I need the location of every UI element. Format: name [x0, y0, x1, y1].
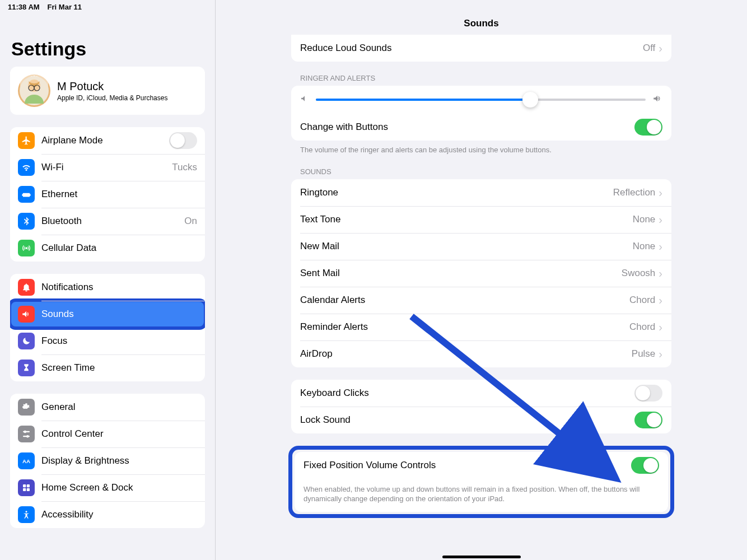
row-reminder[interactable]: Reminder AlertsChord›	[291, 314, 671, 340]
sliders-icon	[18, 426, 35, 442]
row-change-buttons[interactable]: Change with Buttons	[291, 114, 671, 141]
sidebar-item-control-center[interactable]: Control Center	[10, 421, 205, 447]
speaker-icon	[18, 306, 35, 323]
change-buttons-toggle[interactable]	[634, 119, 662, 136]
row-sentmail[interactable]: Sent MailSwoosh›	[291, 260, 671, 287]
fixed-toggle[interactable]	[631, 457, 659, 474]
fixed-position-highlight: Fixed Position Volume Controls When enab…	[288, 446, 674, 518]
svg-rect-10	[23, 484, 26, 487]
chevron-right-icon: ›	[659, 295, 662, 306]
sidebar-item-cellular[interactable]: Cellular Data	[10, 235, 205, 262]
bluetooth-icon	[18, 213, 35, 230]
cellular-icon	[18, 240, 35, 256]
sidebar-item-display[interactable]: AA Display & Brightness	[10, 447, 205, 474]
row-label: Sent Mail	[300, 268, 622, 279]
row-value: Off	[643, 43, 655, 54]
row-reduce-loud[interactable]: Reduce Loud Sounds Off ›	[291, 35, 671, 62]
sidebar-item-accessibility[interactable]: Accessibility	[10, 501, 205, 528]
row-value: Chord	[629, 321, 655, 333]
row-label: Calendar Alerts	[300, 295, 629, 306]
avatar	[18, 74, 50, 107]
row-ringtone[interactable]: RingtoneReflection›	[291, 179, 671, 206]
row-label: Ethernet	[41, 189, 197, 200]
airplane-icon	[18, 132, 35, 149]
clicks-card: Keyboard Clicks Lock Sound	[291, 380, 671, 433]
chevron-right-icon: ›	[659, 348, 662, 360]
row-label: Reminder Alerts	[300, 321, 629, 333]
volume-slider[interactable]	[316, 99, 646, 101]
row-fixed-position[interactable]: Fixed Position Volume Controls	[295, 452, 668, 479]
row-label: Ringtone	[300, 187, 613, 198]
row-label: Fixed Position Volume Controls	[304, 460, 631, 471]
sidebar-item-screentime[interactable]: Screen Time	[10, 354, 205, 381]
home-indicator	[442, 556, 521, 558]
row-label: AirDrop	[300, 348, 632, 360]
row-label: Airplane Mode	[41, 135, 169, 146]
reduce-loud-card: Reduce Loud Sounds Off ›	[291, 35, 671, 62]
svg-text:AA: AA	[22, 458, 30, 464]
row-label: Display & Brightness	[41, 455, 197, 466]
sidebar-item-notifications[interactable]: Notifications	[10, 274, 205, 301]
volume-slider-row[interactable]	[291, 86, 671, 114]
ethernet-icon	[18, 186, 35, 203]
chevron-right-icon: ›	[659, 187, 662, 198]
profile-card[interactable]: M Potuck Apple ID, iCloud, Media & Purch…	[10, 67, 205, 115]
profile-name: M Potuck	[57, 80, 167, 93]
row-lock-sound[interactable]: Lock Sound	[291, 407, 671, 433]
row-newmail[interactable]: New MailNone›	[291, 233, 671, 260]
fixed-card: Fixed Position Volume Controls	[295, 452, 668, 479]
row-value: None	[633, 241, 656, 252]
row-label: Home Screen & Dock	[41, 482, 197, 493]
sidebar-group-general: General Control Center AA Display & Brig…	[10, 394, 205, 528]
row-label: Focus	[41, 335, 197, 347]
row-label: Sounds	[41, 309, 197, 320]
svg-point-4	[25, 247, 27, 249]
sidebar-item-bluetooth[interactable]: Bluetooth On	[10, 208, 205, 235]
sidebar-item-home-screen[interactable]: Home Screen & Dock	[10, 474, 205, 501]
row-label: Text Tone	[300, 214, 633, 225]
status-time: 11:38 AM	[8, 3, 40, 11]
hourglass-icon	[18, 360, 35, 376]
volume-high-icon	[652, 94, 662, 106]
sidebar-item-general[interactable]: General	[10, 394, 205, 421]
airplane-toggle[interactable]	[169, 132, 197, 149]
bluetooth-value: On	[184, 216, 197, 227]
row-label: General	[41, 402, 197, 413]
svg-rect-13	[27, 488, 30, 491]
row-label: New Mail	[300, 241, 633, 252]
row-calendar[interactable]: Calendar AlertsChord›	[291, 287, 671, 314]
row-value: Pulse	[632, 348, 656, 360]
settings-sidebar: Settings M Potuck Apple ID, iCloud, Medi…	[0, 0, 216, 560]
volume-low-icon	[300, 94, 309, 105]
sidebar-item-airplane[interactable]: Airplane Mode	[10, 127, 205, 154]
page-title: Settings	[0, 34, 215, 67]
sounds-card: RingtoneReflection› Text ToneNone› New M…	[291, 179, 671, 367]
sidebar-item-sounds[interactable]: Sounds	[10, 301, 205, 328]
detail-title: Sounds	[216, 0, 747, 35]
row-texttone[interactable]: Text ToneNone›	[291, 206, 671, 233]
lock-toggle[interactable]	[634, 412, 662, 428]
ringer-footer: The volume of the ringer and alerts can …	[300, 145, 662, 155]
section-header-ringer: RINGER AND ALERTS	[300, 74, 671, 82]
row-value: Chord	[629, 295, 655, 306]
section-header-sounds: SOUNDS	[300, 167, 671, 176]
wifi-icon	[18, 159, 35, 176]
row-label: Control Center	[41, 428, 197, 440]
row-value: None	[633, 214, 656, 225]
sidebar-item-wifi[interactable]: Wi-Fi Tucks	[10, 154, 205, 181]
row-airdrop[interactable]: AirDropPulse›	[291, 340, 671, 367]
svg-point-14	[26, 511, 27, 512]
grid-icon	[18, 479, 35, 496]
row-value: Swoosh	[622, 268, 655, 279]
svg-point-8	[26, 435, 29, 438]
svg-point-7	[24, 431, 27, 433]
sidebar-item-focus[interactable]: Focus	[10, 328, 205, 354]
row-label: Bluetooth	[41, 216, 184, 227]
row-label: Cellular Data	[41, 242, 197, 254]
keyboard-toggle[interactable]	[634, 385, 662, 402]
chevron-right-icon: ›	[659, 268, 662, 279]
sidebar-item-ethernet[interactable]: Ethernet	[10, 181, 205, 208]
row-keyboard-clicks[interactable]: Keyboard Clicks	[291, 380, 671, 407]
bell-icon	[18, 279, 35, 296]
row-label: Screen Time	[41, 362, 197, 374]
